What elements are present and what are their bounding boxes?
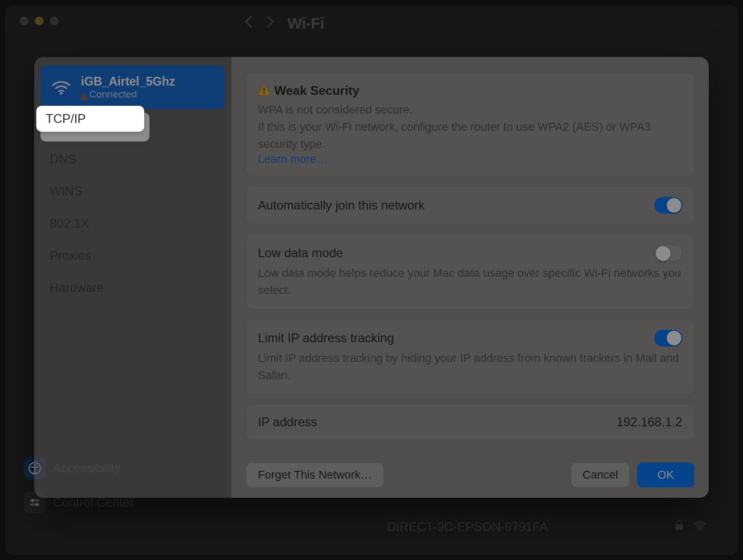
back-arrow[interactable] — [244, 15, 253, 33]
svg-point-4 — [31, 499, 34, 502]
modal-footer: Forget This Network… Cancel OK — [246, 452, 694, 487]
forward-arrow[interactable] — [266, 15, 275, 33]
weak-security-title: Weak Security — [274, 83, 360, 98]
svg-rect-11 — [264, 92, 265, 93]
svg-point-8 — [60, 92, 63, 94]
low-data-section: Low data mode Low data mode helps reduce… — [246, 234, 694, 310]
minimize-button[interactable] — [35, 17, 44, 25]
cancel-button[interactable]: Cancel — [571, 463, 630, 487]
low-data-desc: Low data mode helps reduce your Mac data… — [258, 264, 682, 299]
ip-address-section: IP address 192.168.1.2 — [246, 404, 694, 440]
limit-ip-label: Limit IP address tracking — [258, 331, 394, 345]
warning-icon — [258, 84, 270, 97]
network-status: Connected — [81, 89, 215, 100]
lock-icon — [81, 92, 86, 97]
page-title: Wi-Fi — [287, 15, 324, 32]
svg-rect-6 — [676, 524, 683, 530]
maximize-button[interactable] — [50, 17, 59, 25]
tab-label: WINS — [50, 184, 82, 198]
close-button[interactable] — [20, 17, 29, 25]
low-data-label: Low data mode — [258, 246, 343, 260]
learn-more-link[interactable]: Learn more… — [258, 152, 682, 166]
settings-window: Wi-Fi Accessibility Control Center DIREC… — [5, 5, 738, 555]
auto-join-toggle[interactable] — [654, 197, 682, 214]
network-name: iGB_Airtel_5Ghz — [81, 75, 215, 89]
tab-hardware[interactable]: Hardware — [40, 273, 225, 302]
other-network-name: DIRECT-9C-EPSON-9791FA — [387, 520, 547, 534]
lock-icon — [675, 520, 684, 534]
header: Wi-Fi — [233, 5, 738, 41]
tab-proxies[interactable]: Proxies — [40, 241, 225, 270]
weak-security-text2: If this is your Wi-Fi network, configure… — [258, 118, 682, 152]
tab-label: Proxies — [50, 248, 91, 262]
auto-join-label: Automatically join this network — [258, 198, 424, 213]
forget-network-button[interactable]: Forget This Network… — [246, 463, 384, 487]
ip-address-value: 192.168.1.2 — [616, 415, 682, 429]
weak-security-text1: WPA is not considered secure. — [258, 101, 682, 118]
svg-rect-10 — [264, 88, 265, 91]
wifi-icon — [693, 520, 707, 534]
tab-label: 802.1X — [50, 216, 89, 230]
weak-security-section: Weak Security WPA is not considered secu… — [246, 73, 694, 177]
tab-8021x[interactable]: 802.1X — [40, 209, 225, 238]
tab-label: Hardware — [50, 281, 104, 295]
background-network-row[interactable]: DIRECT-9C-EPSON-9791FA — [228, 520, 707, 534]
tab-dns[interactable]: DNS — [40, 145, 225, 174]
svg-point-5 — [35, 503, 38, 506]
ip-address-label: IP address — [258, 415, 317, 429]
modal-content: Weak Security WPA is not considered secu… — [231, 57, 709, 498]
tab-label: DNS — [50, 152, 76, 166]
auto-join-section: Automatically join this network — [246, 186, 694, 225]
ok-button[interactable]: OK — [637, 463, 694, 487]
limit-ip-toggle[interactable] — [654, 330, 682, 346]
tab-wins[interactable]: WINS — [40, 177, 225, 206]
svg-point-7 — [699, 529, 701, 531]
network-header[interactable]: iGB_Airtel_5Ghz Connected — [40, 65, 225, 109]
low-data-toggle[interactable] — [654, 245, 682, 261]
limit-ip-desc: Limit IP address tracking by hiding your… — [258, 349, 682, 384]
limit-ip-section: Limit IP address tracking Limit IP addre… — [246, 319, 694, 395]
svg-rect-9 — [81, 96, 87, 100]
highlighted-tab-tcpip[interactable]: TCP/IP — [36, 106, 144, 132]
status-text: Connected — [89, 89, 137, 100]
wifi-icon — [51, 77, 72, 98]
traffic-lights — [20, 17, 59, 25]
